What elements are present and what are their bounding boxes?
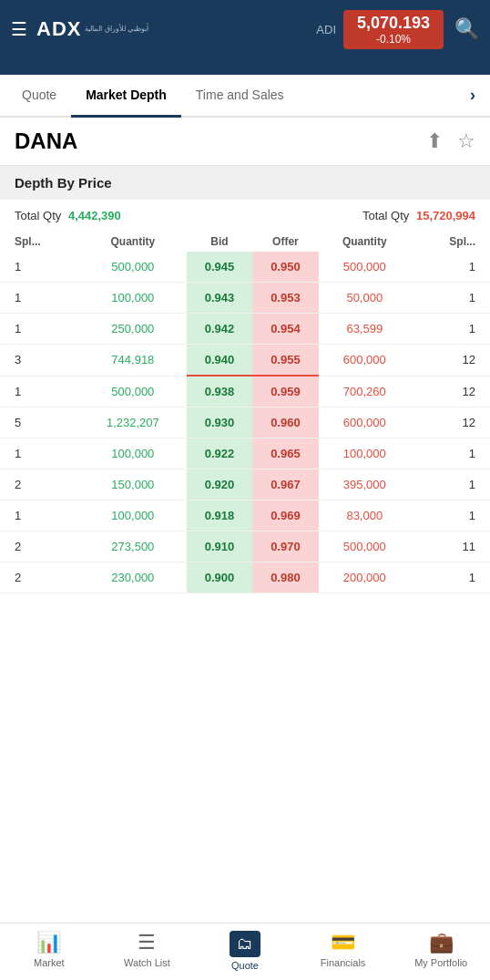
section-label: Depth By Price xyxy=(0,166,490,200)
spl-right-cell: 1 xyxy=(411,562,490,593)
tabs-bar: Quote Market Depth Time and Sales › xyxy=(0,75,490,118)
tab-more-arrow[interactable]: › xyxy=(463,78,483,112)
total-right: Total Qty 15,720,994 xyxy=(245,209,475,222)
column-header-row: Spl... Quantity Bid Offer Quantity Spl..… xyxy=(0,232,490,252)
spl-right-cell: 1 xyxy=(411,500,490,531)
qty-left-cell: 100,000 xyxy=(79,283,187,314)
content-area: DANA ⬆ ☆ Depth By Price Total Qty 4,442,… xyxy=(0,118,490,657)
qty-right-cell: 100,000 xyxy=(319,438,411,469)
totals-row: Total Qty 4,442,390 Total Qty 15,720,994 xyxy=(0,200,490,232)
spl-right-cell: 11 xyxy=(411,531,490,562)
total-left: Total Qty 4,442,390 xyxy=(15,209,245,222)
bid-cell: 0.930 xyxy=(187,407,252,438)
depth-table: Spl... Quantity Bid Offer Quantity Spl..… xyxy=(0,232,490,593)
bid-cell: 0.918 xyxy=(187,500,252,531)
search-icon[interactable]: 🔍 xyxy=(454,17,479,41)
spl-right-cell: 12 xyxy=(411,376,490,407)
qty-left-cell: 250,000 xyxy=(79,314,187,345)
offer-cell: 0.960 xyxy=(252,407,318,438)
spl-left-cell: 5 xyxy=(0,407,79,438)
offer-cell: 0.959 xyxy=(252,376,318,407)
bid-cell: 0.910 xyxy=(187,531,252,562)
spl-left-cell: 1 xyxy=(0,252,79,283)
spl-left-cell: 1 xyxy=(0,500,79,531)
sub-header-bar xyxy=(0,58,490,75)
table-row: 1 500,000 0.938 0.959 700,260 12 xyxy=(0,376,490,407)
tab-quote[interactable]: Quote xyxy=(7,75,71,118)
qty-right-cell: 700,260 xyxy=(319,376,411,407)
table-row: 3 744,918 0.940 0.955 600,000 12 xyxy=(0,345,490,377)
price-badge: 5,070.193 -0.10% xyxy=(343,10,444,49)
logo-area: ADX أبوظبي للأوراق المالية xyxy=(36,17,316,41)
offer-cell: 0.980 xyxy=(252,562,318,593)
offer-cell: 0.967 xyxy=(252,469,318,500)
total-left-value: 4,442,390 xyxy=(68,209,121,222)
offer-cell: 0.969 xyxy=(252,500,318,531)
spl-right-cell: 12 xyxy=(411,345,490,377)
qty-left-cell: 150,000 xyxy=(79,469,187,500)
table-row: 1 100,000 0.918 0.969 83,000 1 xyxy=(0,500,490,531)
col-spl-right: Spl... xyxy=(411,232,490,252)
table-row: 2 150,000 0.920 0.967 395,000 1 xyxy=(0,469,490,500)
total-right-label: Total Qty xyxy=(362,209,409,222)
offer-cell: 0.955 xyxy=(252,345,318,377)
bid-cell: 0.943 xyxy=(187,283,252,314)
logo-sub: أبوظبي للأوراق المالية xyxy=(85,25,148,34)
qty-right-cell: 500,000 xyxy=(319,252,411,283)
qty-right-cell: 395,000 xyxy=(319,469,411,500)
menu-icon[interactable]: ☰ xyxy=(11,18,27,40)
col-qty-left: Quantity xyxy=(79,232,187,252)
qty-right-cell: 83,000 xyxy=(319,500,411,531)
table-row: 2 230,000 0.900 0.980 200,000 1 xyxy=(0,562,490,593)
star-icon[interactable]: ☆ xyxy=(457,129,475,153)
spl-left-cell: 2 xyxy=(0,562,79,593)
price-change: -0.10% xyxy=(354,33,433,46)
adi-label: ADI xyxy=(316,23,336,36)
qty-right-cell: 200,000 xyxy=(319,562,411,593)
qty-left-cell: 744,918 xyxy=(79,345,187,377)
col-bid: Bid xyxy=(187,232,252,252)
offer-cell: 0.950 xyxy=(252,252,318,283)
offer-cell: 0.970 xyxy=(252,531,318,562)
table-row: 1 250,000 0.942 0.954 63,599 1 xyxy=(0,314,490,345)
tab-market-depth[interactable]: Market Depth xyxy=(71,75,181,118)
table-row: 1 500,000 0.945 0.950 500,000 1 xyxy=(0,252,490,283)
spl-left-cell: 1 xyxy=(0,283,79,314)
qty-right-cell: 63,599 xyxy=(319,314,411,345)
stock-name: DANA xyxy=(15,129,426,154)
logo-text: ADX xyxy=(36,17,81,41)
table-row: 1 100,000 0.943 0.953 50,000 1 xyxy=(0,283,490,314)
col-offer: Offer xyxy=(252,232,318,252)
spl-right-cell: 1 xyxy=(411,252,490,283)
bid-cell: 0.942 xyxy=(187,314,252,345)
table-row: 2 273,500 0.910 0.970 500,000 11 xyxy=(0,531,490,562)
spl-left-cell: 3 xyxy=(0,345,79,377)
qty-right-cell: 500,000 xyxy=(319,531,411,562)
bid-cell: 0.900 xyxy=(187,562,252,593)
bid-cell: 0.920 xyxy=(187,469,252,500)
total-right-value: 15,720,994 xyxy=(416,209,475,222)
spl-right-cell: 12 xyxy=(411,407,490,438)
qty-right-cell: 600,000 xyxy=(319,407,411,438)
spl-left-cell: 2 xyxy=(0,469,79,500)
qty-left-cell: 230,000 xyxy=(79,562,187,593)
spl-left-cell: 1 xyxy=(0,438,79,469)
qty-right-cell: 600,000 xyxy=(319,345,411,377)
qty-left-cell: 100,000 xyxy=(79,438,187,469)
qty-left-cell: 1,232,207 xyxy=(79,407,187,438)
bid-cell: 0.938 xyxy=(187,376,252,407)
bid-cell: 0.945 xyxy=(187,252,252,283)
table-row: 1 100,000 0.922 0.965 100,000 1 xyxy=(0,438,490,469)
share-icon[interactable]: ⬆ xyxy=(426,129,443,153)
offer-cell: 0.953 xyxy=(252,283,318,314)
bid-cell: 0.922 xyxy=(187,438,252,469)
spl-left-cell: 2 xyxy=(0,531,79,562)
offer-cell: 0.965 xyxy=(252,438,318,469)
tab-time-and-sales[interactable]: Time and Sales xyxy=(181,75,299,118)
bid-cell: 0.940 xyxy=(187,345,252,377)
stock-title-bar: DANA ⬆ ☆ xyxy=(0,118,490,166)
spl-right-cell: 1 xyxy=(411,314,490,345)
spl-left-cell: 1 xyxy=(0,376,79,407)
qty-left-cell: 500,000 xyxy=(79,252,187,283)
spl-right-cell: 1 xyxy=(411,438,490,469)
